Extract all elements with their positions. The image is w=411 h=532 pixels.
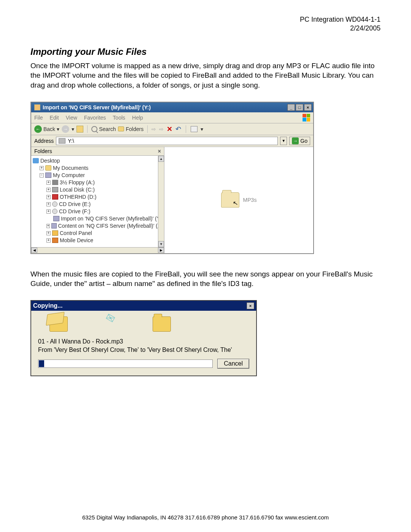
drive-icon xyxy=(59,138,65,144)
copy-titlebar: Copying... × xyxy=(31,301,256,311)
menubar: File Edit View Favorites Tools Help xyxy=(31,112,313,123)
tree-cdf[interactable]: +CD Drive (F:) xyxy=(33,208,164,215)
tree-otherhd[interactable]: +OTHERHD (D:) xyxy=(33,193,164,201)
addressbar: Address Y:\ ▼ → Go xyxy=(31,135,313,147)
menu-tools[interactable]: Tools xyxy=(113,115,125,121)
windows-logo-icon xyxy=(303,114,310,121)
folder-tree: Desktop +My Documents −My Computer +3½ F… xyxy=(31,156,164,247)
mp3-folder-item[interactable]: ↖ xyxy=(221,192,239,208)
progress-fill xyxy=(39,360,44,367)
section-title: Importing your Music Files xyxy=(30,46,381,57)
copy-close-button[interactable]: × xyxy=(247,302,254,309)
minimize-button[interactable]: _ xyxy=(287,104,295,111)
doc-id: PC Integration WD044-1-1 xyxy=(30,15,381,24)
expander-icon[interactable]: + xyxy=(40,166,44,170)
mp3-folder-label: MP3s xyxy=(243,197,257,203)
folders-close-button[interactable]: × xyxy=(158,148,161,154)
forward-button[interactable]: → xyxy=(62,125,69,133)
cancel-button[interactable]: Cancel xyxy=(217,359,249,369)
horizontal-scrollbar[interactable]: ◀ ▶ xyxy=(31,247,164,253)
undo-button[interactable]: ↶ xyxy=(175,125,181,133)
expander-icon[interactable]: + xyxy=(46,195,51,199)
tree-import[interactable]: Import on 'NQ CIFS Server (Myfireball)' … xyxy=(33,215,164,222)
content-pane[interactable]: ↖ MP3s xyxy=(164,147,313,253)
floppy-icon xyxy=(52,180,58,185)
scroll-down-icon[interactable]: ▼ xyxy=(158,241,164,247)
disk-icon xyxy=(52,194,58,200)
expander-icon[interactable]: + xyxy=(46,202,51,206)
intro-paragraph: Once the IMPORT volume is mapped as a ne… xyxy=(30,61,381,90)
expander-icon[interactable]: + xyxy=(46,209,51,214)
tree-mycomp[interactable]: −My Computer xyxy=(33,172,164,179)
explorer-window: Import on 'NQ CIFS Server (Myfireball)' … xyxy=(30,102,314,254)
copy-fromto: From 'Very Best Of Sheryl Crow, The' to … xyxy=(38,346,249,354)
menu-edit[interactable]: Edit xyxy=(50,115,59,121)
scroll-right-icon[interactable]: ▶ xyxy=(158,248,164,253)
folders-pane: Folders × Desktop +My Documents −My Comp… xyxy=(31,147,164,253)
up-button[interactable] xyxy=(76,126,83,133)
close-button[interactable]: × xyxy=(304,104,312,111)
address-dropdown[interactable]: ▼ xyxy=(280,137,287,145)
disk-icon xyxy=(52,187,58,192)
search-button[interactable]: Search xyxy=(91,126,116,132)
tree-content[interactable]: +Content on 'NQ CIFS Server (Myfireball)… xyxy=(33,222,164,230)
copy-animation: ✉ xyxy=(38,316,249,332)
expander-icon[interactable]: + xyxy=(46,224,50,228)
moveto-icon[interactable]: ⇨ xyxy=(151,126,156,132)
expander-icon[interactable]: + xyxy=(46,181,51,185)
tree-cde[interactable]: +CD Drive (E:) xyxy=(33,201,164,208)
titlebar: Import on 'NQ CIFS Server (Myfireball)' … xyxy=(31,102,313,112)
cd-icon xyxy=(52,209,57,214)
back-icon: ← xyxy=(34,125,42,133)
address-label: Address xyxy=(34,138,54,144)
folders-button[interactable]: Folders xyxy=(118,126,143,132)
netdrive-icon xyxy=(51,223,56,228)
address-input[interactable]: Y:\ xyxy=(56,137,278,145)
tree-desktop[interactable]: Desktop xyxy=(33,157,164,165)
menu-file[interactable]: File xyxy=(34,115,43,121)
scroll-up-icon[interactable]: ▲ xyxy=(158,156,164,162)
scroll-left-icon[interactable]: ◀ xyxy=(31,248,37,253)
expander-icon[interactable]: − xyxy=(40,173,44,177)
vertical-scrollbar[interactable]: ▲ ▼ xyxy=(158,156,164,247)
cd-icon xyxy=(52,201,57,207)
expander-icon[interactable]: + xyxy=(46,238,51,243)
back-button[interactable]: ← Back ▾ xyxy=(34,125,59,133)
folders-pane-label: Folders xyxy=(34,148,52,154)
copy-dialog: Copying... × ✉ 01 - All I Wanna Do - Roc… xyxy=(30,300,257,376)
delete-button[interactable]: ✕ xyxy=(167,125,172,133)
tree-mobile[interactable]: +Mobile Device xyxy=(33,237,164,244)
tree-localdisk[interactable]: +Local Disk (C:) xyxy=(33,186,164,193)
maximize-button[interactable]: □ xyxy=(296,104,303,111)
search-icon xyxy=(91,126,97,132)
address-value: Y:\ xyxy=(68,138,74,144)
copy-title: Copying... xyxy=(33,302,62,309)
tree-mydocs[interactable]: +My Documents xyxy=(33,165,164,172)
mobile-icon xyxy=(52,238,58,243)
desktop-icon xyxy=(33,158,39,163)
window-title: Import on 'NQ CIFS Server (Myfireball)' … xyxy=(43,104,151,110)
go-button[interactable]: → Go xyxy=(289,137,310,145)
dest-folder-icon xyxy=(153,316,171,332)
copy-filename: 01 - All I Wanna Do - Rock.mp3 xyxy=(38,337,249,346)
page-header: PC Integration WD044-1-1 2/24/2005 xyxy=(30,15,381,33)
toolbar: ← Back ▾ → ▾ Search Folders ⇨ ⇨ ✕ ↶ xyxy=(31,123,313,135)
tree-cpanel[interactable]: +Control Panel xyxy=(33,230,164,237)
folder-icon xyxy=(45,165,51,171)
tree-floppy[interactable]: +3½ Floppy (A:) xyxy=(33,179,164,186)
copyto-icon[interactable]: ⇨ xyxy=(159,126,164,132)
folder-icon xyxy=(118,126,124,131)
mid-paragraph: When the music files are copied to the F… xyxy=(30,269,381,289)
views-button[interactable] xyxy=(191,126,198,132)
menu-favorites[interactable]: Favorites xyxy=(84,115,106,121)
controlpanel-icon xyxy=(52,230,58,236)
netdrive-icon xyxy=(53,216,59,221)
expander-icon[interactable]: + xyxy=(46,188,51,192)
menu-help[interactable]: Help xyxy=(132,115,143,121)
progress-bar xyxy=(38,359,213,368)
expander-icon[interactable]: + xyxy=(46,231,51,235)
menu-view[interactable]: View xyxy=(66,115,77,121)
window-icon xyxy=(34,104,40,110)
go-icon: → xyxy=(292,137,299,144)
flying-paper-icon: ✉ xyxy=(103,311,117,326)
